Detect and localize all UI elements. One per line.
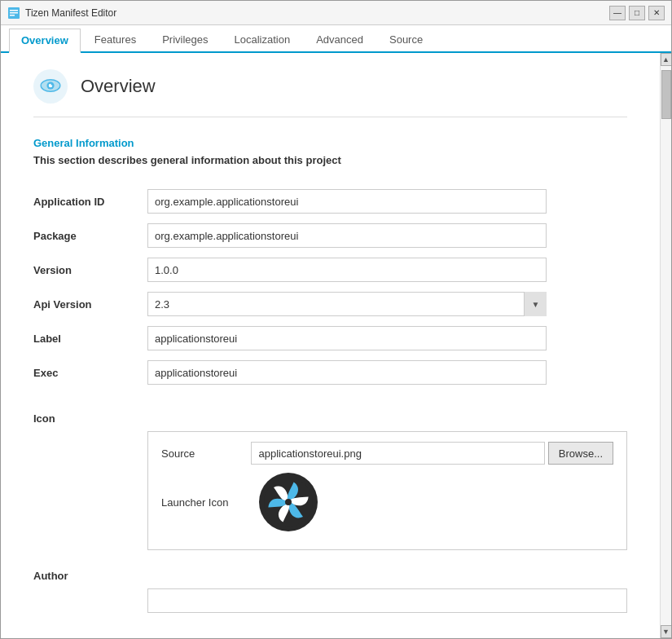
application-id-input[interactable] [147, 189, 547, 214]
author-box [147, 588, 627, 613]
scrollbar: ▲ ▼ [660, 53, 671, 638]
close-button[interactable]: ✕ [648, 6, 665, 20]
table-row: Package [33, 218, 627, 253]
icon-source-row: Source Browse... [161, 442, 613, 465]
field-label-version: Version [33, 253, 147, 287]
launcher-icon-area [259, 473, 318, 531]
browse-button[interactable]: Browse... [548, 442, 613, 465]
field-label-label: Label [33, 321, 147, 355]
eye-icon [40, 77, 61, 96]
field-cell-exec [147, 355, 627, 390]
api-version-select-wrapper: 2.3 2.4 3.0 ▼ [147, 292, 547, 316]
content-area: Overview General Information This sectio… [1, 53, 671, 638]
page-title: Overview [81, 76, 156, 97]
tab-localization[interactable]: Localization [222, 27, 303, 51]
titlebar-left: Tizen Manifest Editor [7, 7, 116, 20]
scroll-down-arrow[interactable]: ▼ [661, 625, 672, 638]
form-table: Application ID Package Ver [33, 184, 627, 390]
scroll-up-arrow[interactable]: ▲ [661, 53, 672, 66]
table-row: Label [33, 321, 627, 355]
section-desc: This section describes general informati… [33, 154, 627, 166]
general-info-section: General Information This section describ… [33, 137, 627, 613]
table-row: Exec [33, 355, 627, 390]
source-input[interactable] [251, 442, 544, 465]
launcher-icon-row: Launcher Icon [161, 473, 613, 531]
app-icon [7, 7, 20, 20]
svg-point-7 [51, 83, 52, 85]
main-window: Tizen Manifest Editor — □ ✕ Overview Fea… [0, 0, 672, 639]
launcher-icon-label: Launcher Icon [161, 496, 259, 509]
page-content: Overview General Information This sectio… [1, 53, 660, 629]
tab-privileges[interactable]: Privileges [150, 27, 220, 51]
api-version-select[interactable]: 2.3 2.4 3.0 [147, 292, 547, 316]
field-cell-application-id [147, 184, 627, 218]
author-section-label: Author [33, 563, 627, 588]
scrollbar-thumb-area [661, 66, 671, 625]
page-header: Overview [33, 69, 627, 117]
field-cell-package [147, 218, 627, 253]
field-cell-api-version: 2.3 2.4 3.0 ▼ [147, 287, 627, 321]
field-label-application-id: Application ID [33, 184, 147, 218]
source-label: Source [161, 447, 251, 460]
minimize-button[interactable]: — [609, 6, 626, 20]
icon-section-label: Icon [33, 406, 627, 431]
label-input[interactable] [147, 326, 547, 350]
tab-advanced[interactable]: Advanced [304, 27, 376, 51]
titlebar-controls: — □ ✕ [609, 6, 665, 20]
tabbar: Overview Features Privileges Localizatio… [1, 25, 671, 53]
svg-rect-2 [10, 12, 18, 14]
scrollbar-thumb[interactable] [661, 70, 671, 119]
launcher-icon-image [259, 473, 318, 531]
tab-features[interactable]: Features [82, 27, 148, 51]
titlebar: Tizen Manifest Editor — □ ✕ [1, 1, 671, 25]
exec-input[interactable] [147, 360, 547, 385]
table-row: Version [33, 253, 627, 287]
table-row: Application ID [33, 184, 627, 218]
section-title: General Information [33, 137, 627, 149]
scroll-content: Overview General Information This sectio… [1, 53, 660, 638]
version-input[interactable] [147, 258, 547, 282]
field-label-package: Package [33, 218, 147, 253]
maximize-button[interactable]: □ [629, 6, 645, 20]
page-icon-container [33, 69, 68, 104]
titlebar-title: Tizen Manifest Editor [25, 7, 116, 19]
table-row: Api Version 2.3 2.4 3.0 ▼ [33, 287, 627, 321]
icon-box: Source Browse... Launcher Icon [147, 431, 627, 550]
field-cell-label [147, 321, 627, 355]
tab-source[interactable]: Source [377, 27, 435, 51]
svg-point-9 [285, 499, 292, 505]
svg-rect-1 [10, 10, 18, 11]
tab-overview[interactable]: Overview [9, 29, 81, 53]
field-cell-version [147, 253, 627, 287]
svg-rect-3 [10, 15, 15, 16]
package-input[interactable] [147, 223, 547, 248]
field-label-api-version: Api Version [33, 287, 147, 321]
field-label-exec: Exec [33, 355, 147, 390]
